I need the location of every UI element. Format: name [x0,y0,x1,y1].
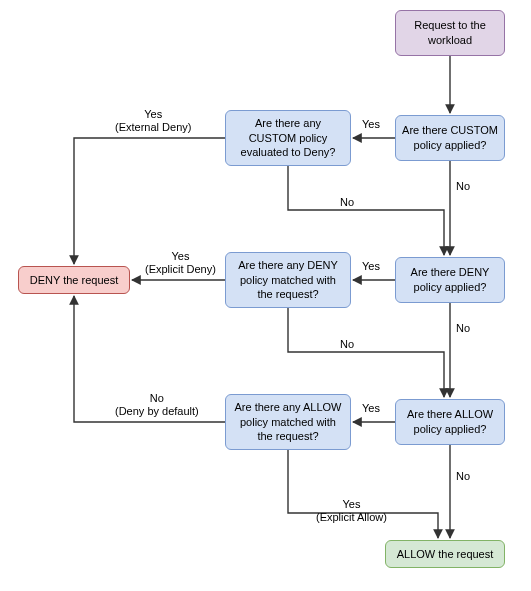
node-start-text: Request to the workload [402,18,498,48]
lbl-denyApplied-no: No [456,322,470,335]
node-allow-matched-text: Are there any ALLOW policy matched with … [232,400,344,445]
node-allow-matched: Are there any ALLOW policy matched with … [225,394,351,450]
node-allow: ALLOW the request [385,540,505,568]
node-custom-applied-text: Are there CUSTOM policy applied? [402,123,498,153]
node-custom-applied: Are there CUSTOM policy applied? [395,115,505,161]
lbl-customDeny-no: No [340,196,354,209]
node-deny-matched-text: Are there any DENY policy matched with t… [232,258,344,303]
node-deny-applied: Are there DENY policy applied? [395,257,505,303]
edge-customDeny-deny [74,138,225,264]
lbl-customDeny-yes: Yes(External Deny) [115,108,191,134]
edge-allowMatched-allow [288,450,438,538]
edge-denyMatched-allowApplied [288,308,444,397]
lbl-allowApplied-no: No [456,470,470,483]
lbl-allowApplied-yes: Yes [362,402,380,415]
lbl-denyMatched-no: No [340,338,354,351]
node-deny-applied-text: Are there DENY policy applied? [402,265,498,295]
lbl-allowMatched-yes: Yes(Explicit Allow) [316,498,387,524]
node-allow-text: ALLOW the request [397,547,494,562]
lbl-allowMatched-no: No(Deny by default) [115,392,199,418]
lbl-customApplied-no: No [456,180,470,193]
node-deny-text: DENY the request [30,273,118,288]
edge-customDeny-denyApplied [288,166,444,255]
lbl-denyMatched-yes: Yes(Explicit Deny) [145,250,216,276]
node-deny: DENY the request [18,266,130,294]
node-custom-deny: Are there any CUSTOM policy evaluated to… [225,110,351,166]
node-start: Request to the workload [395,10,505,56]
node-custom-deny-text: Are there any CUSTOM policy evaluated to… [232,116,344,161]
node-allow-applied: Are there ALLOW policy applied? [395,399,505,445]
lbl-denyApplied-yes: Yes [362,260,380,273]
node-deny-matched: Are there any DENY policy matched with t… [225,252,351,308]
lbl-customApplied-yes: Yes [362,118,380,131]
node-allow-applied-text: Are there ALLOW policy applied? [402,407,498,437]
